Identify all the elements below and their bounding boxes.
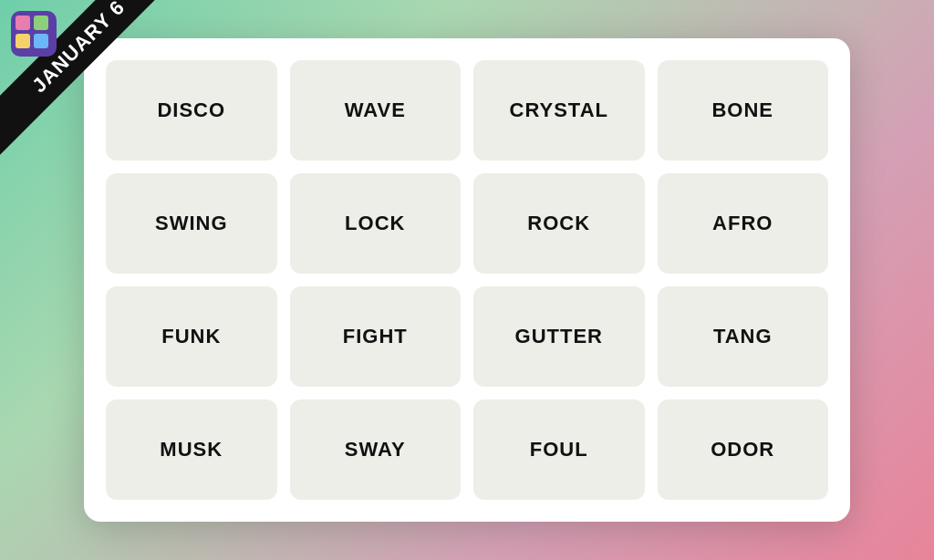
tile-label: WAVE: [345, 99, 406, 122]
svg-rect-2: [34, 16, 48, 30]
tile-label: ODOR: [711, 438, 774, 461]
word-tile[interactable]: LOCK: [290, 173, 462, 274]
svg-rect-3: [16, 34, 30, 48]
svg-rect-1: [16, 16, 30, 30]
word-tile[interactable]: FOUL: [473, 399, 645, 500]
tile-label: AFRO: [712, 212, 773, 235]
word-tile[interactable]: ROCK: [473, 173, 645, 274]
word-tile[interactable]: ODOR: [658, 399, 829, 500]
word-tile[interactable]: MUSK: [106, 399, 277, 500]
tile-label: GUTTER: [515, 325, 603, 348]
word-grid: DISCOWAVECRYSTALBONESWINGLOCKROCKAFROFUN…: [106, 60, 828, 500]
word-tile[interactable]: CRYSTAL: [473, 60, 645, 161]
word-tile[interactable]: GUTTER: [473, 286, 645, 387]
word-tile[interactable]: TANG: [658, 286, 829, 387]
tile-label: CRYSTAL: [510, 99, 608, 122]
word-tile[interactable]: SWAY: [290, 399, 462, 500]
word-tile[interactable]: FIGHT: [290, 286, 462, 387]
tile-label: MUSK: [160, 438, 223, 461]
word-tile[interactable]: FUNK: [106, 286, 277, 387]
tile-label: SWING: [155, 212, 228, 235]
tile-label: BONE: [711, 99, 773, 122]
tile-label: LOCK: [345, 212, 405, 235]
svg-rect-4: [34, 34, 48, 48]
word-tile[interactable]: AFRO: [658, 173, 829, 274]
tile-label: TANG: [713, 325, 773, 348]
word-tile[interactable]: BONE: [658, 60, 829, 161]
tile-label: FUNK: [161, 325, 221, 348]
app-icon[interactable]: [11, 11, 57, 57]
tile-label: FIGHT: [343, 325, 408, 348]
tile-label: FOUL: [530, 438, 588, 461]
word-tile[interactable]: WAVE: [290, 60, 462, 161]
tile-label: SWAY: [345, 438, 406, 461]
tile-label: ROCK: [527, 212, 590, 235]
